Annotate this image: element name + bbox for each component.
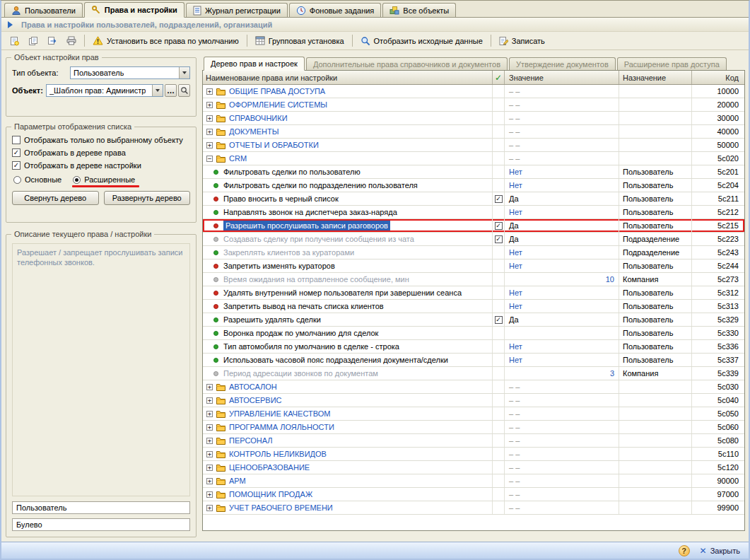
value-check-cell[interactable]: ✓ (493, 313, 505, 326)
collapse-tree-button[interactable]: Свернуть дерево (12, 191, 99, 205)
expand-toggle-icon[interactable]: + (206, 411, 213, 417)
display-option-checkbox-2[interactable]: ✓Отображать в дереве настройки (12, 161, 190, 170)
table-row[interactable]: +АРМ– –90000 (203, 474, 744, 488)
rights-tab-additional[interactable]: Дополнительные права справочников и доку… (306, 57, 508, 70)
table-row[interactable]: Запретить изменять кураторовНетПользоват… (203, 259, 744, 273)
value-cell[interactable]: Да (505, 219, 619, 232)
value-checkbox[interactable]: ✓ (495, 222, 503, 230)
expand-toggle-icon[interactable]: + (206, 451, 213, 457)
table-row[interactable]: Разрешить прослушивать записи разговоров… (203, 219, 744, 233)
table-row[interactable]: +АВТОСАЛОН– –5c030 (203, 380, 744, 394)
table-row[interactable]: +ЦЕНООБРАЗОВАНИЕ– –5c120 (203, 461, 744, 474)
save-button[interactable]: Записать (495, 33, 549, 49)
table-row[interactable]: Тип автомобиля по умолчанию в сделке - с… (203, 340, 744, 354)
rights-mode-radio-1[interactable]: Расширенные (73, 175, 135, 184)
table-row[interactable]: Удалять внутренний номер пользователя пр… (203, 286, 744, 300)
display-option-checkbox-0[interactable]: Отображать только по выбранному объекту (12, 136, 190, 144)
value-cell[interactable]: Нет (505, 300, 619, 313)
value-cell[interactable]: Да (505, 192, 619, 205)
table-row[interactable]: Фильтровать сделки по подразделению поль… (203, 179, 744, 192)
value-cell[interactable]: Нет (505, 206, 619, 218)
table-row[interactable]: +ОФОРМЛЕНИЕ СИСТЕМЫ– –20000 (203, 98, 744, 112)
object-type-combo[interactable]: Пользователь (70, 66, 190, 79)
table-row[interactable]: +СПРАВОЧНИКИ– –30000 (203, 112, 744, 125)
rights-tab-tree[interactable]: Дерево прав и настроек (204, 57, 305, 71)
expand-toggle-icon[interactable]: + (206, 88, 213, 95)
expand-toggle-icon[interactable]: + (206, 384, 213, 390)
main-tab-all-objects[interactable]: Все объекты (382, 3, 456, 17)
value-checkbox[interactable]: ✓ (495, 195, 503, 203)
transfer-button[interactable] (43, 33, 61, 49)
table-row[interactable]: +ДОКУМЕНТЫ– –40000 (203, 125, 744, 139)
expand-toggle-icon[interactable]: + (206, 505, 213, 511)
expand-toggle-icon[interactable]: + (206, 115, 213, 122)
expand-toggle-icon[interactable]: + (206, 491, 213, 498)
rights-tab-approval[interactable]: Утверждение документов (509, 57, 616, 70)
value-checkbox[interactable]: ✓ (495, 235, 503, 243)
table-row[interactable]: Право вносить в черный список✓ДаПользова… (203, 192, 744, 206)
column-header-3[interactable]: Назначение (619, 71, 692, 84)
table-row[interactable]: Запретить вывод на печать списка клиенто… (203, 300, 744, 313)
expand-toggle-icon[interactable]: + (206, 424, 213, 431)
table-row[interactable]: Период адресации звонков по документам3К… (203, 367, 744, 380)
search-button[interactable] (178, 84, 190, 97)
help-button[interactable]: ? (679, 545, 690, 556)
table-row[interactable]: +УПРАВЛЕНИЕ КАЧЕСТВОМ– –5c050 (203, 407, 744, 421)
main-tab-users[interactable]: Пользователи (4, 3, 83, 17)
table-row[interactable]: Время ожидания на отправленное сообщение… (203, 273, 744, 286)
expand-toggle-icon[interactable]: + (206, 129, 213, 135)
value-cell[interactable]: 3 (505, 367, 619, 380)
table-row[interactable]: +КОНТРОЛЬ НЕЛИКВИДОВ– –5c110 (203, 448, 744, 461)
value-cell[interactable]: Нет (505, 246, 619, 259)
table-row[interactable]: +ПРОГРАММА ЛОЯЛЬНОСТИ– –5c060 (203, 421, 744, 434)
expand-toggle-icon[interactable]: + (206, 465, 213, 471)
expand-tree-button[interactable]: Развернуть дерево (104, 191, 191, 205)
ellipsis-button[interactable]: … (165, 84, 177, 97)
expand-toggle-icon[interactable]: + (206, 142, 213, 148)
table-row[interactable]: +ОТЧЕТЫ И ОБРАБОТКИ– –50000 (203, 139, 744, 152)
value-check-cell[interactable]: ✓ (493, 219, 505, 232)
close-button[interactable]: ✕ Закрыть (700, 546, 740, 556)
set-defaults-button[interactable]: Установить все права по умолчанию (88, 33, 243, 49)
chevron-down-icon[interactable] (152, 85, 163, 96)
expand-toggle-icon[interactable]: + (206, 102, 213, 108)
expand-toggle-icon[interactable]: + (206, 397, 213, 404)
table-row[interactable]: +АВТОСЕРВИС– –5c040 (203, 394, 744, 407)
table-row[interactable]: +ПОМОЩНИК ПРОДАЖ– –97000 (203, 488, 744, 501)
table-row[interactable]: +ОБЩИЕ ПРАВА ДОСТУПА– –10000 (203, 85, 744, 98)
table-row[interactable]: Фильтровать сделки по пользователюНетПол… (203, 165, 744, 179)
value-cell[interactable]: Нет (505, 340, 619, 353)
copy-button[interactable] (24, 33, 42, 49)
main-tab-journal[interactable]: Журнал регистрации (186, 3, 288, 17)
value-cell[interactable]: Нет (505, 354, 619, 366)
expand-toggle-icon[interactable]: + (206, 438, 213, 444)
value-cell[interactable]: Да (505, 233, 619, 245)
main-tab-background-jobs[interactable]: Фоновые задания (289, 3, 381, 17)
expand-toggle-icon[interactable]: + (206, 478, 213, 484)
rights-mode-radio-0[interactable]: Основные (13, 175, 61, 184)
column-header-1[interactable]: ✓ (493, 71, 505, 84)
table-row[interactable]: −CRM– –5c020 (203, 152, 744, 165)
value-check-cell[interactable]: ✓ (493, 192, 505, 205)
group-set-button[interactable]: Групповая установка (251, 33, 348, 49)
collapse-toggle-icon[interactable]: − (206, 156, 213, 162)
chevron-down-icon[interactable] (179, 67, 189, 78)
main-tab-rights[interactable]: Права и настройки (84, 2, 184, 18)
value-cell[interactable]: Нет (505, 179, 619, 192)
object-field[interactable]: _Шаблон прав: Администр (46, 84, 163, 97)
value-cell[interactable]: Нет (505, 286, 619, 299)
rights-tab-extension[interactable]: Расширение прав доступа (617, 57, 727, 70)
table-row[interactable]: Разрешить удалять сделки✓ДаПользователь5… (203, 313, 744, 327)
value-cell[interactable]: 10 (505, 273, 619, 286)
value-cell[interactable]: Нет (505, 259, 619, 272)
table-row[interactable]: +УЧЕТ РАБОЧЕГО ВРЕМЕНИ– –99900 (203, 501, 744, 515)
table-row[interactable]: Воронка продаж по умолчанию для сделокПо… (203, 327, 744, 340)
add-button[interactable] (6, 33, 23, 49)
column-header-2[interactable]: Значение (505, 71, 619, 84)
print-button[interactable] (62, 33, 81, 49)
value-cell[interactable]: Нет (505, 165, 619, 178)
table-row[interactable]: Направлять звонок на диспетчера заказ-на… (203, 206, 744, 219)
value-cell[interactable] (505, 327, 619, 339)
table-row[interactable]: Закреплять клиентов за кураторамиНетПодр… (203, 246, 744, 259)
value-cell[interactable]: Да (505, 313, 619, 326)
